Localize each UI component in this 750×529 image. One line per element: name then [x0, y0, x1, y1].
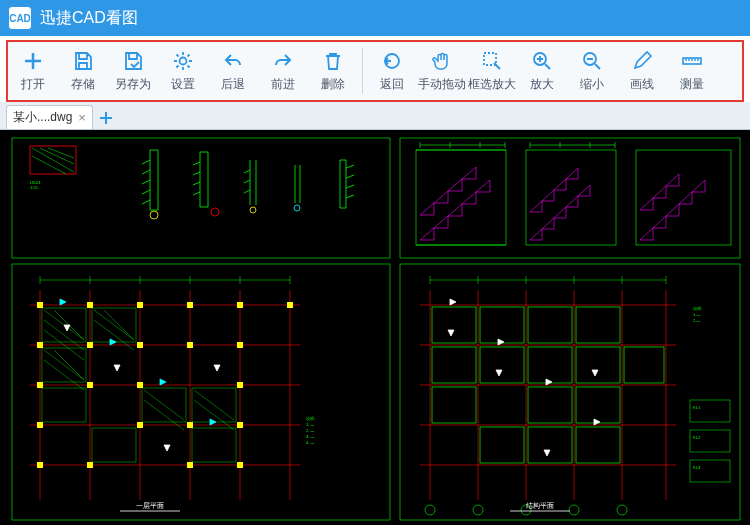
save-as-button[interactable]: 另存为	[108, 42, 158, 100]
redo-icon	[272, 50, 294, 72]
svg-text:说明:: 说明:	[306, 416, 315, 421]
plus-icon	[22, 50, 44, 72]
toolbar-label: 画线	[630, 76, 654, 93]
tab-label: 某小....dwg	[13, 109, 72, 126]
toolbar-label: 返回	[380, 76, 404, 93]
svg-rect-48	[87, 302, 93, 308]
hand-icon	[431, 50, 453, 72]
app-logo: CAD	[8, 6, 32, 30]
app-title: 迅捷CAD看图	[40, 8, 138, 29]
svg-text:一层平面: 一层平面	[136, 502, 164, 509]
svg-rect-55	[137, 342, 143, 348]
svg-rect-68	[187, 462, 193, 468]
delete-button[interactable]: 删除	[308, 42, 358, 100]
svg-rect-54	[87, 342, 93, 348]
toolbar-label: 缩小	[580, 76, 604, 93]
save-icon	[72, 50, 94, 72]
undo-icon	[222, 50, 244, 72]
trash-icon	[322, 50, 344, 72]
pencil-icon	[631, 50, 653, 72]
svg-point-0	[180, 57, 187, 64]
zoomin-icon	[531, 50, 553, 72]
return-button[interactable]: 返回	[367, 42, 417, 100]
zoom-out-button[interactable]: 缩小	[567, 42, 617, 100]
open-button[interactable]: 打开	[8, 42, 58, 100]
return-icon	[381, 50, 403, 72]
svg-text:4. ---: 4. ---	[306, 440, 315, 445]
svg-rect-50	[187, 302, 193, 308]
svg-rect-62	[37, 422, 43, 428]
plus-icon	[99, 111, 113, 125]
save-button[interactable]: 存储	[58, 42, 108, 100]
svg-text:结构平面: 结构平面	[526, 502, 554, 509]
svg-text:1. ---: 1. ---	[306, 422, 315, 427]
svg-rect-57	[237, 342, 243, 348]
svg-rect-59	[87, 382, 93, 388]
toolbar-label: 手动拖动	[418, 76, 466, 93]
svg-rect-52	[287, 302, 293, 308]
cad-canvas[interactable]: LB-01 1:25	[0, 130, 750, 525]
forward-button[interactable]: 前进	[258, 42, 308, 100]
svg-rect-6	[0, 130, 750, 525]
cad-drawing: LB-01 1:25	[0, 130, 750, 525]
tab-close-icon[interactable]: ×	[78, 110, 86, 125]
svg-rect-65	[237, 422, 243, 428]
zoom-box-button[interactable]: 框选放大	[467, 42, 517, 100]
svg-rect-63	[137, 422, 143, 428]
svg-rect-56	[187, 342, 193, 348]
svg-text:KL1: KL1	[693, 405, 701, 410]
svg-rect-66	[37, 462, 43, 468]
toolbar-label: 删除	[321, 76, 345, 93]
toolbar: 打开 存储 另存为 设置 后退 前进 删除 返回 手动拖动 框选放大	[6, 40, 744, 102]
tab-add-button[interactable]	[95, 107, 117, 129]
zoom-in-button[interactable]: 放大	[517, 42, 567, 100]
svg-text:1.---: 1.---	[693, 312, 701, 317]
back-button[interactable]: 后退	[208, 42, 258, 100]
gear-icon	[172, 50, 194, 72]
svg-rect-58	[37, 382, 43, 388]
saveas-icon	[122, 50, 144, 72]
zoomout-icon	[581, 50, 603, 72]
svg-rect-53	[37, 342, 43, 348]
svg-rect-51	[237, 302, 243, 308]
pan-button[interactable]: 手动拖动	[417, 42, 467, 100]
tab-file[interactable]: 某小....dwg ×	[6, 105, 93, 129]
svg-rect-67	[87, 462, 93, 468]
svg-rect-60	[137, 382, 143, 388]
toolbar-label: 测量	[680, 76, 704, 93]
toolbar-label: 前进	[271, 76, 295, 93]
svg-text:KL3: KL3	[693, 465, 701, 470]
toolbar-label: 另存为	[115, 76, 151, 93]
svg-text:1:25: 1:25	[30, 185, 39, 190]
line-button[interactable]: 画线	[617, 42, 667, 100]
title-bar: CAD 迅捷CAD看图	[0, 0, 750, 36]
toolbar-label: 存储	[71, 76, 95, 93]
svg-rect-47	[37, 302, 43, 308]
toolbar-label: 设置	[171, 76, 195, 93]
svg-text:3. ---: 3. ---	[306, 434, 315, 439]
svg-rect-64	[187, 422, 193, 428]
ruler-icon	[681, 50, 703, 72]
toolbar-divider	[362, 48, 363, 94]
svg-rect-49	[137, 302, 143, 308]
svg-text:2.---: 2.---	[693, 318, 701, 323]
toolbar-label: 打开	[21, 76, 45, 93]
measure-button[interactable]: 测量	[667, 42, 717, 100]
settings-button[interactable]: 设置	[158, 42, 208, 100]
tab-bar: 某小....dwg ×	[0, 102, 750, 130]
toolbar-label: 放大	[530, 76, 554, 93]
toolbar-label: 框选放大	[468, 76, 516, 93]
svg-text:KL2: KL2	[693, 435, 701, 440]
svg-rect-69	[237, 462, 243, 468]
zoombox-icon	[481, 50, 503, 72]
svg-rect-61	[237, 382, 243, 388]
svg-text:2. ---: 2. ---	[306, 428, 315, 433]
svg-text:说明:: 说明:	[693, 306, 702, 311]
toolbar-label: 后退	[221, 76, 245, 93]
